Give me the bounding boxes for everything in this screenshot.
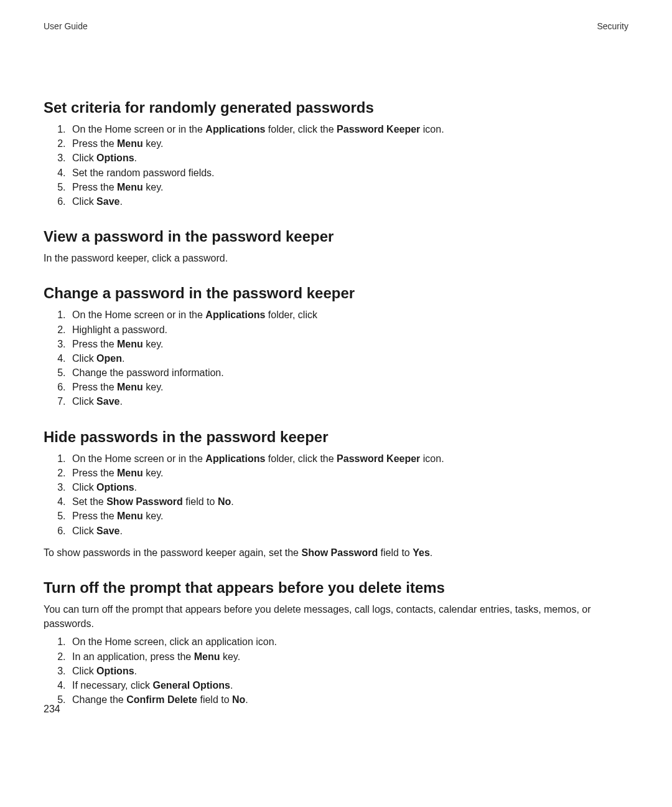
text-run: Press the: [72, 138, 117, 149]
step-item: Set the Show Password field to No.: [68, 494, 628, 509]
step-item: Highlight a password.: [68, 323, 628, 337]
text-run: Applications: [205, 124, 265, 134]
text-run: key.: [143, 182, 164, 192]
text-run: .: [430, 547, 432, 558]
text-run: .: [134, 482, 137, 493]
section-title: Set criteria for randomly generated pass…: [44, 98, 628, 117]
text-run: Options: [96, 666, 134, 676]
text-run: In an application, press the: [72, 651, 194, 662]
step-item: On the Home screen or in the Application…: [68, 308, 628, 322]
step-item: If necessary, click General Options.: [68, 678, 628, 692]
step-list: On the Home screen, click an application…: [44, 635, 628, 707]
section-intro: You can turn off the prompt that appears…: [44, 602, 628, 631]
text-run: .: [245, 694, 248, 705]
section-outro: To show passwords in the password keeper…: [44, 545, 628, 560]
text-run: On the Home screen, click an application…: [72, 636, 277, 647]
text-run: field to: [378, 547, 413, 558]
text-run: Applications: [205, 309, 265, 320]
text-run: folder, click the: [265, 453, 337, 464]
text-run: Menu: [117, 138, 143, 149]
text-run: .: [119, 196, 122, 207]
text-run: Options: [96, 482, 134, 493]
text-run: Click: [72, 353, 96, 364]
text-run: Open: [96, 353, 122, 364]
step-item: Click Save.: [68, 194, 628, 209]
section-title: Hide passwords in the password keeper: [44, 428, 628, 446]
text-run: Confirm Delete: [126, 694, 197, 705]
text-run: Press the: [72, 182, 117, 192]
text-run: No: [218, 496, 231, 507]
text-run: Applications: [205, 453, 265, 464]
text-run: .: [134, 666, 137, 676]
step-item: Set the random password fields.: [68, 166, 628, 180]
text-run: Menu: [117, 339, 143, 349]
step-item: Change the password information.: [68, 366, 628, 380]
text-run: Click: [72, 196, 96, 207]
text-run: Press the: [72, 468, 117, 478]
content: Set criteria for randomly generated pass…: [44, 98, 628, 707]
text-run: If necessary, click: [72, 680, 153, 691]
text-run: You can turn off the prompt that appears…: [44, 604, 591, 629]
text-run: .: [231, 496, 233, 507]
text-run: Save: [96, 396, 119, 407]
text-run: key.: [143, 339, 164, 349]
text-run: Menu: [117, 511, 143, 521]
text-run: No: [232, 694, 245, 705]
text-run: Click: [72, 396, 96, 407]
step-item: Press the Menu key.: [68, 136, 628, 151]
step-item: On the Home screen or in the Application…: [68, 122, 628, 136]
page: User Guide Security Set criteria for ran…: [0, 0, 672, 807]
section-title: Turn off the prompt that appears before …: [44, 578, 628, 597]
text-run: Press the: [72, 339, 117, 349]
section-title: View a password in the password keeper: [44, 227, 628, 246]
text-run: Press the: [72, 382, 117, 392]
text-run: .: [134, 153, 137, 163]
step-item: Change the Confirm Delete field to No.: [68, 692, 628, 707]
step-item: Click Save.: [68, 394, 628, 408]
text-run: key.: [220, 651, 240, 662]
text-run: Show Password: [301, 547, 378, 558]
text-run: General Options: [153, 680, 230, 691]
text-run: .: [230, 680, 233, 691]
text-run: Set the random password fields.: [72, 168, 215, 178]
step-item: Press the Menu key.: [68, 380, 628, 394]
text-run: Set the: [72, 496, 106, 507]
text-run: key.: [143, 511, 164, 521]
text-run: Save: [96, 526, 119, 536]
text-run: icon.: [420, 453, 444, 464]
text-run: Password Keeper: [337, 124, 420, 134]
text-run: Click: [72, 526, 96, 536]
step-item: Press the Menu key.: [68, 337, 628, 351]
step-item: Click Options.: [68, 480, 628, 494]
text-run: In the password keeper, click a password…: [44, 253, 228, 263]
header-left: User Guide: [44, 21, 88, 31]
text-run: .: [122, 353, 124, 364]
text-run: Show Password: [106, 496, 183, 507]
text-run: Menu: [117, 182, 143, 192]
text-run: folder, click the: [265, 124, 337, 134]
text-run: Change the password information.: [72, 367, 224, 378]
text-run: Menu: [117, 382, 143, 392]
text-run: key.: [143, 382, 164, 392]
running-header: User Guide Security: [44, 21, 628, 31]
step-item: Press the Menu key.: [68, 509, 628, 523]
step-item: Click Options.: [68, 151, 628, 165]
text-run: On the Home screen or in the: [72, 124, 205, 134]
text-run: Yes: [413, 547, 430, 558]
step-item: Click Save.: [68, 524, 628, 538]
step-list: On the Home screen or in the Application…: [44, 451, 628, 538]
step-list: On the Home screen or in the Application…: [44, 122, 628, 209]
step-item: Click Open.: [68, 351, 628, 366]
text-run: field to: [197, 694, 232, 705]
text-run: Menu: [194, 651, 220, 662]
text-run: .: [119, 396, 122, 407]
text-run: On the Home screen or in the: [72, 453, 205, 464]
text-run: .: [119, 526, 122, 536]
text-run: key.: [143, 138, 164, 149]
text-run: Click: [72, 153, 96, 163]
page-number: 234: [44, 704, 60, 715]
step-item: Click Options.: [68, 664, 628, 678]
step-item: Press the Menu key.: [68, 466, 628, 480]
text-run: Change the: [72, 694, 126, 705]
step-item: On the Home screen, click an application…: [68, 635, 628, 649]
